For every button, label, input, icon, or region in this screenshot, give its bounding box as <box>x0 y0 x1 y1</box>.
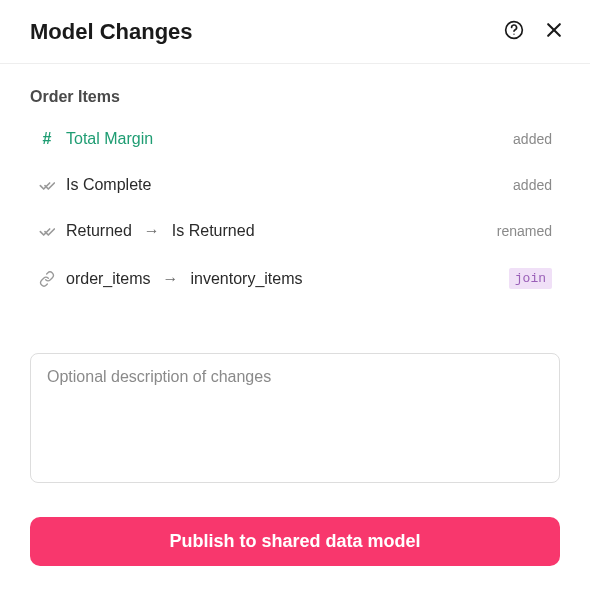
change-left: Returned → Is Returned <box>38 222 255 240</box>
boolean-icon <box>38 223 56 239</box>
measure-icon: # <box>38 130 56 148</box>
field-to: inventory_items <box>190 270 302 288</box>
change-status: added <box>513 131 552 147</box>
change-left: order_items → inventory_items <box>38 270 303 288</box>
field-from: order_items <box>66 270 150 288</box>
close-icon <box>544 20 564 43</box>
change-left: # Total Margin <box>38 130 153 148</box>
help-icon <box>504 20 524 43</box>
change-left: Is Complete <box>38 176 151 194</box>
boolean-icon <box>38 177 56 193</box>
dialog-title: Model Changes <box>30 19 193 45</box>
description-wrap <box>0 303 590 487</box>
change-row-is-complete: Is Complete added <box>30 162 560 208</box>
change-status: added <box>513 177 552 193</box>
link-icon <box>38 271 56 287</box>
dialog-footer: Publish to shared data model <box>0 487 590 566</box>
change-list: # Total Margin added Is Complete added R… <box>0 116 590 303</box>
field-label: Total Margin <box>66 130 153 148</box>
field-label: Is Complete <box>66 176 151 194</box>
help-button[interactable] <box>502 18 526 45</box>
description-input[interactable] <box>30 353 560 483</box>
arrow-icon: → <box>142 222 162 240</box>
svg-point-1 <box>513 34 514 35</box>
change-row-join: order_items → inventory_items join <box>30 254 560 303</box>
change-row-returned: Returned → Is Returned renamed <box>30 208 560 254</box>
close-button[interactable] <box>542 18 566 45</box>
change-badge: join <box>509 268 552 289</box>
field-from: Returned <box>66 222 132 240</box>
section-title: Order Items <box>0 64 590 116</box>
change-row-total-margin: # Total Margin added <box>30 116 560 162</box>
change-status: renamed <box>497 223 552 239</box>
publish-button[interactable]: Publish to shared data model <box>30 517 560 566</box>
header-actions <box>502 18 566 45</box>
arrow-icon: → <box>160 270 180 288</box>
dialog-header: Model Changes <box>0 0 590 64</box>
field-to: Is Returned <box>172 222 255 240</box>
